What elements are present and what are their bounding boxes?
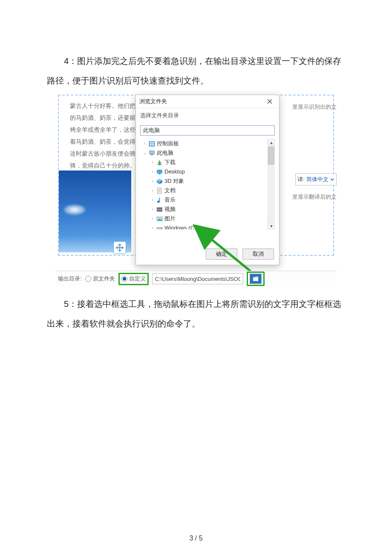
tree-node[interactable]: ›Desktop bbox=[140, 167, 275, 176]
translate-label: 译: bbox=[297, 176, 305, 183]
scrollbar[interactable]: ▲ ▼ bbox=[268, 139, 275, 229]
hint-translated-text: 里显示翻译后的文 bbox=[292, 193, 337, 201]
paragraph-5: 5：接着选中框选工具，拖动鼠标在图片上将所需识别的文字用文字框框选出来，接着软件… bbox=[47, 294, 345, 333]
expand-toggle-icon[interactable]: › bbox=[150, 195, 155, 205]
expand-toggle-icon[interactable]: › bbox=[150, 186, 155, 195]
tree-node[interactable]: ›3D 对象 bbox=[140, 176, 275, 186]
tree-node-label: Windows (C:) bbox=[164, 223, 198, 229]
tree-scroll-area[interactable]: ›控制面板⌄此电脑›下载›Desktop›3D 对象›文档›音乐›视频›图片›W… bbox=[140, 139, 275, 229]
tree-node-label: 文档 bbox=[164, 186, 176, 195]
hint-recognized-text: 里显示识别出的文 bbox=[292, 103, 337, 111]
chevron-down-icon bbox=[330, 177, 334, 182]
drive-icon bbox=[156, 225, 163, 230]
panel-icon bbox=[149, 141, 155, 147]
translate-language-select[interactable]: 译: 简体中文 bbox=[295, 173, 337, 185]
paragraph-4: 4：图片添加完之后先不要着急识别，在输出目录这里设置一下文件的保存路径，便于图片… bbox=[47, 51, 345, 90]
scroll-down-button[interactable]: ▼ bbox=[268, 223, 275, 229]
tree-node-label: 控制面板 bbox=[157, 139, 179, 148]
move-handle[interactable] bbox=[113, 241, 126, 254]
browse-button[interactable] bbox=[250, 274, 262, 284]
folder-icon bbox=[253, 276, 259, 282]
svg-rect-6 bbox=[152, 142, 154, 143]
tree-node-label: 3D 对象 bbox=[164, 176, 184, 186]
tree-node-label: 视频 bbox=[164, 205, 176, 214]
download-icon bbox=[156, 159, 163, 166]
svg-rect-7 bbox=[150, 144, 152, 145]
cancel-button[interactable]: 取消 bbox=[242, 249, 274, 260]
expand-toggle-icon[interactable]: › bbox=[150, 214, 155, 223]
svg-rect-11 bbox=[158, 164, 161, 165]
svg-rect-4 bbox=[149, 141, 155, 146]
svg-rect-22 bbox=[159, 197, 160, 201]
expand-toggle-icon[interactable]: › bbox=[143, 139, 147, 148]
expand-toggle-icon[interactable]: › bbox=[150, 205, 155, 214]
scroll-up-button[interactable]: ▲ bbox=[268, 139, 275, 146]
page-number: 3 / 5 bbox=[0, 535, 392, 542]
tree-node[interactable]: ⌄此电脑 bbox=[140, 148, 275, 158]
output-path-input[interactable] bbox=[152, 273, 243, 284]
video-icon bbox=[156, 206, 163, 213]
folder-path-input[interactable] bbox=[140, 125, 275, 136]
svg-rect-12 bbox=[157, 170, 162, 173]
expand-toggle-icon[interactable]: › bbox=[150, 158, 155, 167]
svg-rect-25 bbox=[157, 211, 162, 211]
highlight-custom-radio: 自定义 bbox=[118, 273, 149, 285]
tree-node[interactable]: ›音乐 bbox=[140, 195, 275, 205]
tree-node-label: 音乐 bbox=[164, 195, 176, 205]
svg-rect-13 bbox=[159, 173, 161, 174]
tree-node[interactable]: ›视频 bbox=[140, 205, 275, 214]
radio-original-folder[interactable]: 原文件夹 bbox=[85, 275, 115, 283]
browse-folder-dialog: 浏览文件夹 选择文件夹目录 ›控制面板⌄此电脑›下载›Desktop›3D 对象… bbox=[135, 95, 280, 265]
svg-point-29 bbox=[161, 228, 161, 229]
tree-node-label: 下载 bbox=[164, 158, 176, 167]
svg-rect-5 bbox=[150, 142, 152, 143]
music-icon bbox=[156, 197, 163, 203]
tree-node[interactable]: ›控制面板 bbox=[140, 139, 275, 148]
radio-original-label: 原文件夹 bbox=[93, 275, 115, 283]
doc-icon bbox=[156, 188, 163, 194]
sample-sky-image bbox=[59, 171, 131, 252]
tree-node[interactable]: ›文档 bbox=[140, 186, 275, 195]
desktop-icon bbox=[156, 169, 163, 175]
svg-rect-9 bbox=[150, 150, 154, 154]
tree-node[interactable]: ›下载 bbox=[140, 158, 275, 167]
close-button[interactable] bbox=[264, 96, 276, 107]
dialog-subtitle: 选择文件夹目录 bbox=[136, 108, 279, 121]
tree-node-label: 此电脑 bbox=[157, 148, 173, 158]
scroll-thumb[interactable] bbox=[268, 147, 274, 165]
tree-node[interactable]: ›Windows (C:) bbox=[140, 223, 275, 229]
tree-node-label: 图片 bbox=[164, 214, 176, 223]
output-directory-row: 输出目录: 原文件夹 自定义 bbox=[55, 271, 337, 286]
close-icon bbox=[267, 99, 272, 104]
dialog-title: 浏览文件夹 bbox=[139, 98, 167, 105]
expand-toggle-icon[interactable]: › bbox=[150, 223, 155, 229]
output-label: 输出目录: bbox=[58, 275, 82, 283]
radio-custom-label: 自定义 bbox=[129, 275, 146, 283]
tree-node[interactable]: ›图片 bbox=[140, 214, 275, 223]
svg-rect-36 bbox=[253, 278, 258, 279]
picture-icon bbox=[156, 216, 163, 222]
expand-toggle-icon[interactable]: › bbox=[150, 167, 155, 176]
svg-rect-24 bbox=[157, 207, 162, 208]
expand-toggle-icon[interactable]: › bbox=[150, 176, 155, 186]
translate-value: 简体中文 bbox=[306, 176, 329, 183]
expand-toggle-icon[interactable]: ⌄ bbox=[143, 148, 147, 158]
highlight-browse-button bbox=[247, 272, 265, 286]
cube-icon bbox=[156, 178, 163, 185]
tree-node-label: Desktop bbox=[164, 167, 185, 176]
ok-button[interactable]: 确定 bbox=[206, 249, 237, 260]
pc-icon bbox=[149, 150, 155, 156]
radio-custom-folder[interactable]: 自定义 bbox=[121, 275, 146, 283]
svg-rect-8 bbox=[152, 144, 154, 145]
svg-rect-10 bbox=[151, 154, 153, 155]
screenshot-figure: 蒙古人十分好客。他们把的马奶酒、奶茶，还要留烤全羊或煮全羊了，这些着马奶酒、奶茶… bbox=[55, 95, 337, 286]
